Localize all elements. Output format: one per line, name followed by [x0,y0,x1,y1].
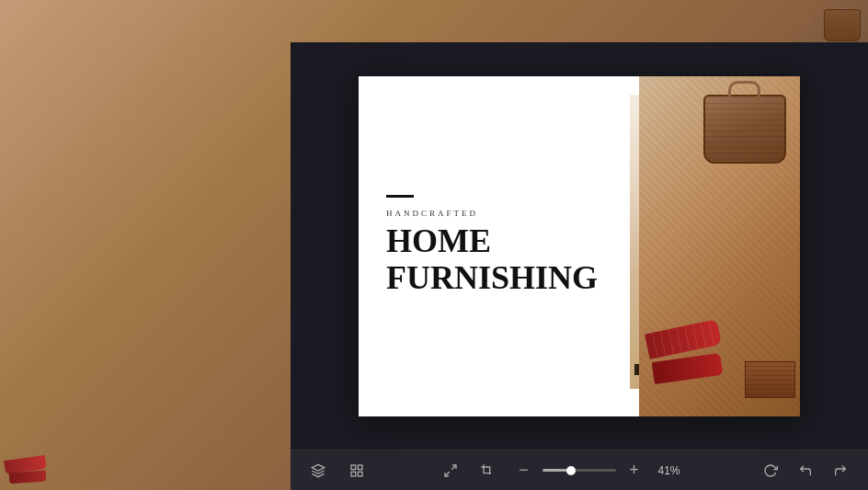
svg-line-20 [445,472,450,476]
crop-icon[interactable] [474,458,500,484]
svg-line-19 [451,465,456,470]
zoom-out-icon[interactable]: − [511,458,537,484]
canvas-dash-decoration [386,195,414,198]
image-grid [53,152,279,225]
image-thumbnail-2[interactable] [169,152,280,225]
image-manager-panel: Image Manager ⓘ Computer ••• [42,42,291,490]
zoom-in-icon[interactable]: + [622,458,647,484]
grid-bottom-icon[interactable] [344,458,370,484]
zoom-control: − + [511,458,647,484]
bottom-bar-center: − + 41% [438,458,691,484]
refresh-icon[interactable] [758,458,783,484]
zoom-slider-track[interactable] [542,469,616,472]
svg-rect-17 [351,472,356,476]
main-area: Image Manager ⓘ Computer ••• [0,42,868,490]
zoom-percentage: 41% [658,464,691,477]
canvas-image-basket[interactable] [639,76,800,416]
svg-rect-18 [358,472,362,476]
canvas-text-section: HANDCRAFTED HOME FURNISHING [359,76,644,416]
svg-marker-14 [312,464,324,471]
undo-icon[interactable] [793,458,818,484]
canvas-wrapper: HANDCRAFTED HOME FURNISHING [291,42,868,450]
bottom-bar: − + 41% [291,450,868,490]
svg-rect-16 [358,465,362,470]
canvas-area: HANDCRAFTED HOME FURNISHING [291,42,868,490]
bottom-bar-left [305,458,370,484]
expand-icon[interactable] [438,458,463,484]
svg-rect-15 [351,465,356,470]
redo-icon[interactable] [828,458,853,484]
layers-bottom-icon[interactable] [305,458,331,484]
canvas-title: HOME FURNISHING [386,223,616,296]
canvas-subtitle: HANDCRAFTED [386,209,616,218]
design-canvas[interactable]: HANDCRAFTED HOME FURNISHING [359,76,800,416]
bottom-bar-right [758,458,853,484]
